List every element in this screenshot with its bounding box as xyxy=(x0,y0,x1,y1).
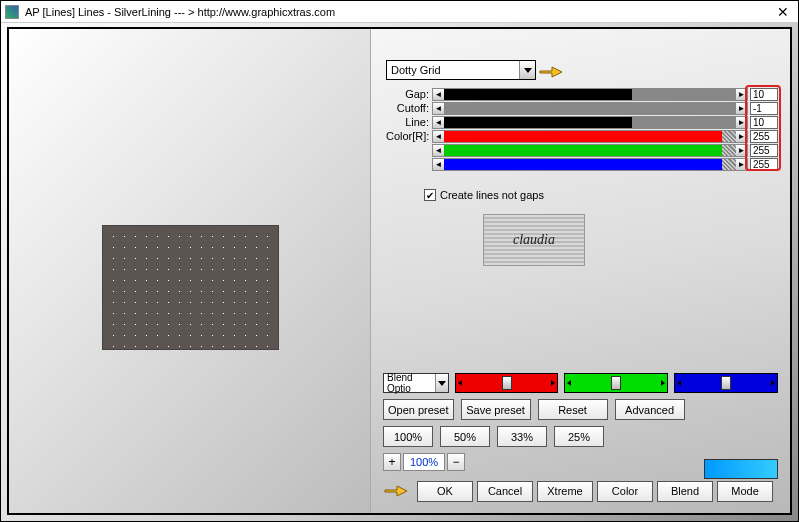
mode-button[interactable]: Mode xyxy=(717,481,773,502)
preset-dropdown[interactable]: Dotty Grid xyxy=(386,60,536,80)
zoom-preset-row: 100% 50% 33% 25% xyxy=(383,426,778,447)
red-mixer-slider[interactable] xyxy=(455,373,559,393)
slider-value[interactable]: -1 xyxy=(750,102,778,115)
preset-row: Dotty Grid xyxy=(386,60,566,80)
slider-value[interactable]: 10 xyxy=(750,88,778,101)
blend-options-dropdown[interactable]: Blend Optio xyxy=(383,373,449,393)
arrow-left-icon[interactable]: ◄ xyxy=(433,145,444,156)
arrow-right-icon[interactable]: ► xyxy=(736,145,747,156)
zoom-50-button[interactable]: 50% xyxy=(440,426,490,447)
arrow-right-icon[interactable]: ► xyxy=(736,131,747,142)
arrow-right-icon[interactable]: ► xyxy=(736,159,747,170)
titlebar: AP [Lines] Lines - SilverLining --- > ht… xyxy=(1,1,798,23)
lower-controls: Blend Optio Open preset Save preset Rese… xyxy=(383,373,778,503)
window-title: AP [Lines] Lines - SilverLining --- > ht… xyxy=(25,6,772,18)
zoom-in-button[interactable]: + xyxy=(383,453,401,471)
chevron-down-icon xyxy=(519,61,535,79)
zoom-out-button[interactable]: − xyxy=(447,453,465,471)
open-preset-button[interactable]: Open preset xyxy=(383,399,454,420)
arrow-left-icon[interactable]: ◄ xyxy=(433,117,444,128)
arrow-left-icon[interactable]: ◄ xyxy=(433,103,444,114)
save-preset-button[interactable]: Save preset xyxy=(461,399,531,420)
slider-value[interactable]: 255 xyxy=(750,158,778,171)
preview-pane xyxy=(9,29,371,513)
slider-value[interactable]: 255 xyxy=(750,144,778,157)
blue-mixer-slider[interactable] xyxy=(674,373,778,393)
cancel-button[interactable]: Cancel xyxy=(477,481,533,502)
content-area: Dotty Grid Gap: ◄ ► 10 xyxy=(7,27,792,515)
color-swatch[interactable] xyxy=(704,459,778,479)
arrow-right-icon[interactable]: ► xyxy=(736,103,747,114)
preset-selected: Dotty Grid xyxy=(391,64,441,76)
slider-gap: Gap: ◄ ► 10 xyxy=(386,87,778,101)
sliders-area: Gap: ◄ ► 10 Cutoff: ◄ ► -1 xyxy=(386,87,778,171)
pointer-hand-icon xyxy=(383,479,413,503)
zoom-33-button[interactable]: 33% xyxy=(497,426,547,447)
create-lines-label: Create lines not gaps xyxy=(440,189,544,201)
pointer-hand-icon xyxy=(538,60,566,80)
advanced-button[interactable]: Advanced xyxy=(615,399,685,420)
arrow-right-icon[interactable]: ► xyxy=(736,117,747,128)
slider-line: Line: ◄ ► 10 xyxy=(386,115,778,129)
slider-color-g: ◄ ► 255 xyxy=(386,143,778,157)
zoom-value[interactable]: 100% xyxy=(403,453,445,471)
blend-options-row: Blend Optio xyxy=(383,373,778,393)
slider-value[interactable]: 255 xyxy=(750,130,778,143)
slider-color-b: ◄ ► 255 xyxy=(386,157,778,171)
close-icon[interactable]: ✕ xyxy=(772,4,794,20)
preset-buttons-row: Open preset Save preset Reset Advanced xyxy=(383,399,778,420)
slider-cutoff: Cutoff: ◄ ► -1 xyxy=(386,101,778,115)
arrow-right-icon[interactable]: ► xyxy=(736,89,747,100)
slider-track[interactable]: ◄ ► xyxy=(432,158,748,171)
arrow-left-icon[interactable]: ◄ xyxy=(433,159,444,170)
xtreme-button[interactable]: Xtreme xyxy=(537,481,593,502)
color-button[interactable]: Color xyxy=(597,481,653,502)
reset-button[interactable]: Reset xyxy=(538,399,608,420)
blend-button[interactable]: Blend xyxy=(657,481,713,502)
slider-track[interactable]: ◄ ► xyxy=(432,88,748,101)
green-mixer-slider[interactable] xyxy=(564,373,668,393)
create-lines-checkbox-row: ✔ Create lines not gaps xyxy=(424,189,544,201)
chevron-down-icon xyxy=(435,374,448,392)
arrow-left-icon[interactable]: ◄ xyxy=(433,131,444,142)
zoom-25-button[interactable]: 25% xyxy=(554,426,604,447)
app-icon xyxy=(5,5,19,19)
create-lines-checkbox[interactable]: ✔ xyxy=(424,189,436,201)
zoom-100-button[interactable]: 100% xyxy=(383,426,433,447)
slider-track[interactable]: ◄ ► xyxy=(432,130,748,143)
vendor-logo: claudia xyxy=(483,214,585,266)
slider-track[interactable]: ◄ ► xyxy=(432,116,748,129)
slider-color-r: Color[R]: ◄ ► 255 xyxy=(386,129,778,143)
plugin-window: AP [Lines] Lines - SilverLining --- > ht… xyxy=(0,0,799,522)
ok-button[interactable]: OK xyxy=(417,481,473,502)
slider-track[interactable]: ◄ ► xyxy=(432,144,748,157)
effect-preview[interactable] xyxy=(103,226,278,349)
dialog-buttons-row: OK Cancel Xtreme Color Blend Mode xyxy=(383,479,778,503)
slider-value[interactable]: 10 xyxy=(750,116,778,129)
controls-pane: Dotty Grid Gap: ◄ ► 10 xyxy=(371,29,790,513)
arrow-left-icon[interactable]: ◄ xyxy=(433,89,444,100)
slider-track[interactable]: ◄ ► xyxy=(432,102,748,115)
